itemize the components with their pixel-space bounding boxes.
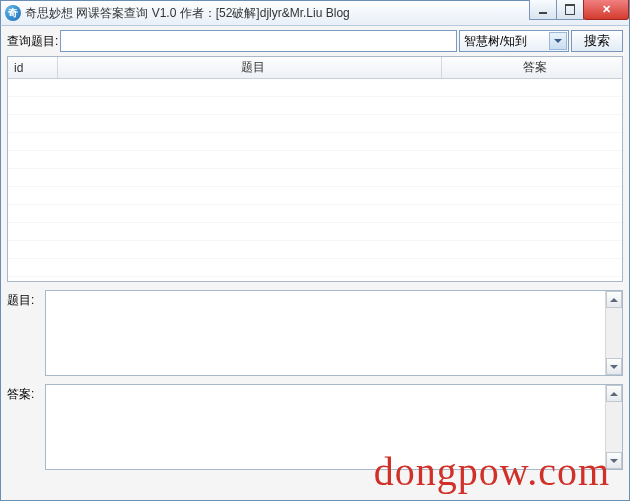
table-body[interactable] [8,79,622,282]
window-controls [530,0,629,20]
column-question[interactable]: 题目 [58,57,442,78]
scroll-up-icon[interactable] [606,385,622,402]
answer-label: 答案: [7,384,41,470]
chevron-down-icon [549,32,567,50]
scroll-up-icon[interactable] [606,291,622,308]
minimize-button[interactable] [529,0,557,20]
column-id[interactable]: id [8,57,58,78]
question-textarea[interactable] [45,290,623,376]
scroll-down-icon[interactable] [606,358,622,375]
search-row: 查询题目: 智慧树/知到 搜索 [7,30,623,52]
app-icon: 奇 [5,5,21,21]
question-label: 题目: [7,290,41,376]
dropdown-selected: 智慧树/知到 [464,33,527,50]
table-header: id 题目 答案 [8,57,622,79]
content-area: 查询题目: 智慧树/知到 搜索 id 题目 答案 题目: 答案: [0,26,630,501]
answer-textarea[interactable] [45,384,623,470]
source-dropdown[interactable]: 智慧树/知到 [459,30,569,52]
close-button[interactable] [583,0,629,20]
scrollbar[interactable] [605,291,622,375]
scroll-down-icon[interactable] [606,452,622,469]
maximize-button[interactable] [556,0,584,20]
search-button[interactable]: 搜索 [571,30,623,52]
window-title: 奇思妙想 网课答案查询 V1.0 作者：[52破解]djlyr&Mr.Liu B… [25,5,530,22]
titlebar: 奇 奇思妙想 网课答案查询 V1.0 作者：[52破解]djlyr&Mr.Liu… [0,0,630,26]
search-label: 查询题目: [7,33,58,50]
question-detail: 题目: [7,290,623,376]
results-table: id 题目 答案 [7,56,623,282]
answer-detail: 答案: [7,384,623,470]
scrollbar[interactable] [605,385,622,469]
column-answer[interactable]: 答案 [442,57,622,78]
search-input[interactable] [60,30,457,52]
